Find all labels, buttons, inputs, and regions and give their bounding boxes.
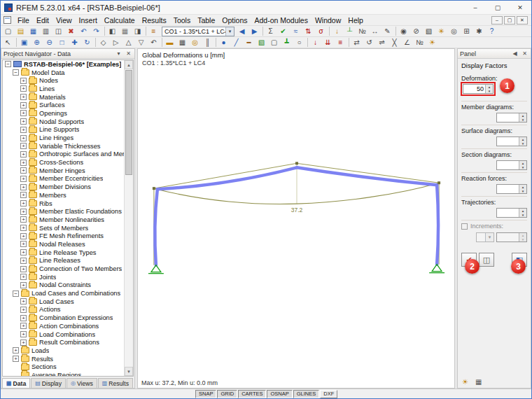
expander-icon[interactable]: + [20,176,27,182]
tree-item-line-supports[interactable]: + Line Supports [3,126,124,134]
tree-item-orthotropic[interactable]: + Orthotropic Surfaces and Membrane [3,150,124,159]
tree-item-line-hinges[interactable]: + Line Hinges [3,134,124,142]
tree-item-actions[interactable]: + Actions [3,306,124,314]
menu-item[interactable]: Window [312,15,344,25]
spinner-down-icon[interactable]: ▾ [519,189,526,193]
tree-item-connection-two-members[interactable]: + Connection of Two Members [3,265,124,273]
expander-icon[interactable]: + [20,200,27,206]
tree-item-loads[interactable]: + Loads [3,346,124,355]
scroll-up-icon[interactable]: ▲ [125,60,133,69]
expander-icon[interactable]: + [20,102,27,108]
previous-view-icon[interactable]: ↶ [148,37,160,48]
expander-icon[interactable]: + [20,94,27,100]
maximize-button[interactable]: ▢ [486,1,509,14]
stepper[interactable]: ▴ ▾ [519,113,526,122]
spinner-down-icon[interactable]: ▾ [486,89,493,93]
panel-toggle-icon[interactable]: ◨ [132,26,144,36]
comment-icon[interactable]: ✎ [382,26,393,36]
nodal-load-icon[interactable]: ↓ [309,37,321,48]
tree-scrollbar[interactable]: ▲ ▼ [124,60,133,376]
increments-spinner[interactable]: ▴ ▾ [496,232,527,242]
expander-icon[interactable]: + [20,298,27,304]
menu-item[interactable]: Add-on Modules [251,15,311,25]
expander-icon[interactable]: + [13,356,19,362]
calculation-icon[interactable]: Σ [265,26,276,36]
expander-icon[interactable]: + [20,315,27,321]
menu-item[interactable]: Options [218,15,251,25]
navigator-toggle-icon[interactable]: ◧ [106,26,118,36]
tree-item-nodal-constraints[interactable]: + Nodal Constraints [3,281,124,290]
spinner-down-icon[interactable]: ▾ [519,118,526,122]
view-y-icon[interactable]: △ [122,37,134,48]
panel-views-icon[interactable]: ▦ [475,378,482,386]
member-icon[interactable]: ━ [243,37,255,48]
numbering-icon[interactable]: № [414,37,426,48]
expander-icon[interactable]: + [20,323,27,329]
internal-forces-icon[interactable]: ⇅ [302,26,314,36]
glines-toggle[interactable]: GLINES [293,390,320,398]
expander-icon[interactable]: + [20,331,27,337]
divide-icon[interactable]: ╳ [388,37,400,48]
factor-spinner[interactable]: ▴ ▾ [496,113,527,122]
stepper[interactable]: ▴ ▾ [519,233,526,241]
expander-icon[interactable]: + [20,143,27,149]
line-icon[interactable]: ╱ [230,37,242,48]
scroll-down-icon[interactable]: ▼ [125,367,133,376]
zoom-window-icon[interactable]: ▣ [18,37,30,48]
tree-item-average-regions[interactable]: Average Regions [3,371,124,377]
osnap-toggle[interactable]: OSNAP [267,390,292,398]
factor-spinner[interactable]: ▴ ▾ [496,160,527,170]
close-icon[interactable]: ✕ [125,50,132,57]
expander-icon[interactable]: + [20,151,27,158]
print-icon[interactable]: ▥ [40,26,52,36]
view-z-icon[interactable]: ▽ [135,37,147,48]
pan-icon[interactable]: ✚ [69,37,80,48]
expander-icon[interactable]: − [5,61,11,67]
snap-toggle[interactable]: SNAP [195,390,216,398]
menu-item[interactable]: Table [194,15,218,25]
expander-icon[interactable]: + [20,241,27,247]
tree-item-line-releases[interactable]: + Line Releases [3,257,124,265]
tree-item-joints[interactable]: + Joints [3,273,124,281]
rotate-view-icon[interactable]: ↻ [81,37,93,48]
expander-icon[interactable]: − [13,290,19,297]
results-toggle-icon[interactable]: ≈ [290,26,302,36]
redo-icon[interactable]: ↷ [90,26,102,36]
stepper[interactable]: ▴ ▾ [519,161,526,169]
stepper[interactable]: ▴ ▾ [519,137,526,146]
menu-item[interactable]: File [14,15,33,25]
tree-item-results[interactable]: + Results [3,355,124,363]
scrollbar-thumb[interactable] [125,70,132,175]
collapse-icon[interactable]: ◀ [511,50,519,57]
tree-item-nodal-releases[interactable]: + Nodal Releases [3,240,124,248]
stepper[interactable]: ▴ ▾ [519,185,526,193]
tree-item-nodal-supports[interactable]: + Nodal Supports [3,118,124,126]
open-model-icon[interactable]: ▤ [15,26,27,36]
factor-value[interactable]: 50 [463,85,485,93]
spinner-down-icon[interactable]: ▾ [519,213,526,217]
clipping-icon[interactable]: ⊘ [410,26,422,36]
tree-item-nodes[interactable]: + Nodes [3,76,124,85]
tree-item-action-combinations[interactable]: + Action Combinations [3,322,124,330]
tree-item-project[interactable]: − RSTAB-Beispiel-06* [Examples] [3,60,124,69]
stepper[interactable]: ▴ ▾ [519,209,526,217]
child-restore-icon[interactable]: ▢ [504,16,515,24]
tab-views[interactable]: ◎Views [66,378,97,388]
expander-icon[interactable]: + [20,167,27,174]
factor-value[interactable] [497,185,519,193]
tree-item-ribs[interactable]: + Ribs [3,200,124,208]
expander-icon[interactable]: + [20,266,27,272]
expander-icon[interactable]: + [20,209,27,215]
show-loads-icon[interactable]: ↓ [331,26,343,36]
tree-item-load-cases[interactable]: + Load Cases [3,298,124,306]
menu-item[interactable]: View [52,15,76,25]
spinner-down-icon[interactable]: ▾ [519,165,526,169]
render-mode-icon[interactable]: ▧ [423,26,435,36]
graphics-area[interactable]: Global Deformations u [mm] CO1 : 1.35*LC… [137,48,455,388]
surface-icon[interactable]: ▧ [255,37,267,48]
tab-results[interactable]: ▥Results [98,378,133,388]
spinner-down-icon[interactable]: ▾ [519,141,526,146]
factor-spinner[interactable]: ▴ ▾ [496,184,527,194]
expander-icon[interactable]: + [20,340,27,346]
mirror-icon[interactable]: ⇌ [376,37,388,48]
